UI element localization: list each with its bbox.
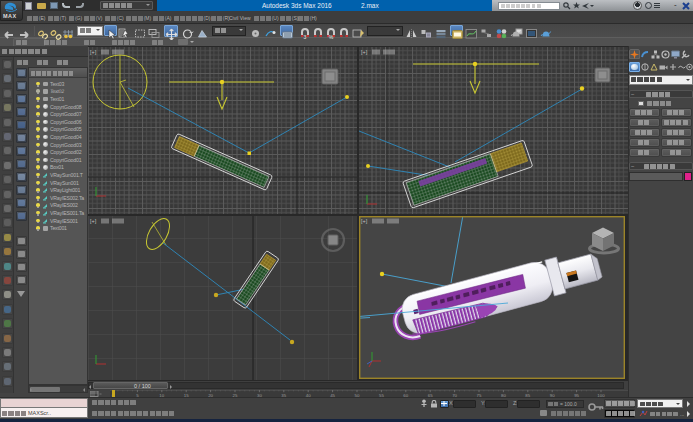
svg-text:%: % [329, 34, 334, 40]
svg-text:[+]: [+] [361, 218, 368, 224]
svg-text:[+]: [+] [361, 49, 368, 55]
svg-text:[+]: [+] [90, 49, 97, 55]
svg-text:3: 3 [304, 34, 307, 40]
svg-text:[+]: [+] [90, 218, 97, 224]
